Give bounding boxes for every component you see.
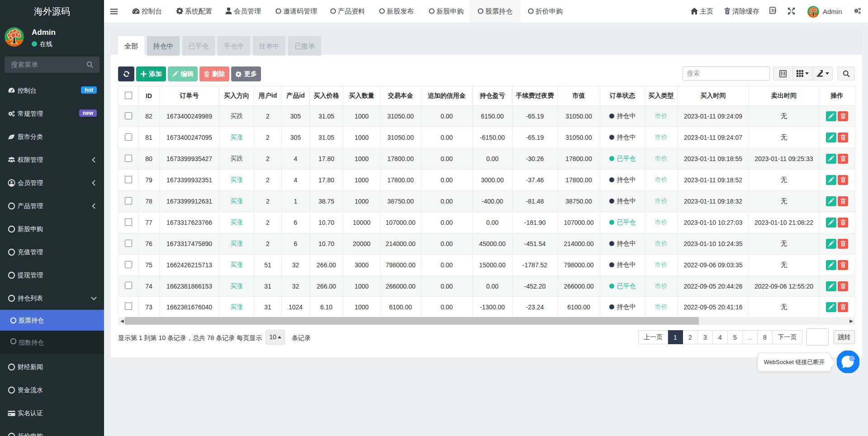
svg-text:文A: 文A xyxy=(771,9,777,13)
